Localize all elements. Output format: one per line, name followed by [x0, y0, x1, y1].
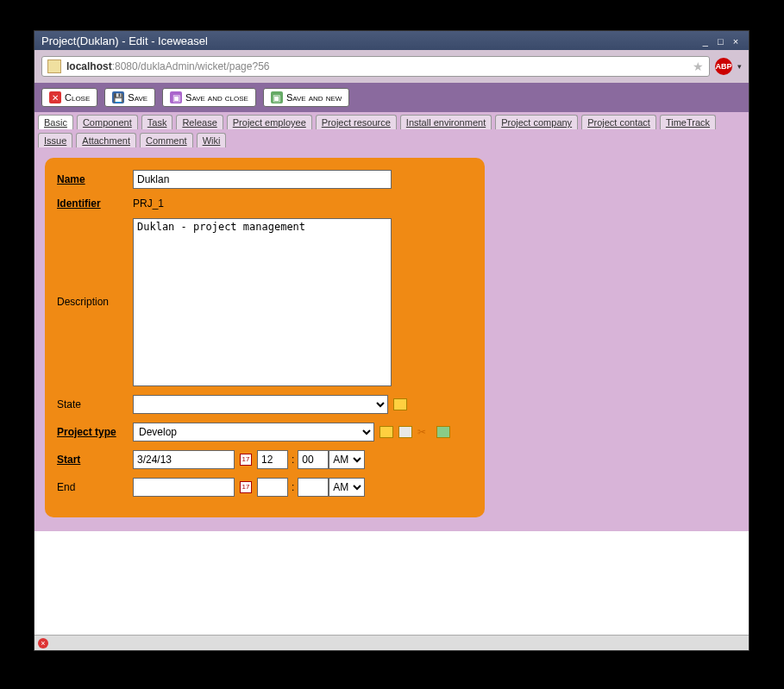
tab-task[interactable]: Task	[141, 115, 173, 129]
app-window: Project(Duklan) - Edit - Iceweasel _ □ ×…	[34, 30, 750, 651]
row-end: End 17 : AM	[57, 478, 473, 497]
label-identifier[interactable]: Identifier	[57, 197, 133, 210]
end-ampm-select[interactable]: AM	[329, 478, 365, 497]
state-new-icon[interactable]	[393, 398, 407, 410]
save-close-icon: ▣	[170, 91, 182, 103]
end-colon: :	[292, 481, 294, 493]
tab-component[interactable]: Component	[77, 115, 138, 129]
project-type-new-icon[interactable]	[379, 426, 393, 438]
save-label: Save	[128, 92, 147, 103]
row-identifier: Identifier PRJ_1	[57, 197, 473, 210]
description-textarea[interactable]	[133, 218, 392, 386]
tab-timetrack[interactable]: TimeTrack	[660, 115, 716, 129]
project-type-trash-icon[interactable]	[436, 426, 450, 438]
window-title: Project(Duklan) - Edit - Iceweasel	[41, 34, 208, 47]
end-calendar-icon[interactable]: 17	[240, 481, 252, 493]
save-button[interactable]: 💾 Save	[104, 88, 155, 107]
start-date-input[interactable]	[133, 450, 235, 469]
start-minute-input[interactable]	[298, 450, 329, 469]
tab-attachment[interactable]: Attachment	[76, 133, 136, 147]
name-input[interactable]	[133, 170, 392, 189]
label-project-type[interactable]: Project type	[57, 426, 133, 438]
window-controls: _ □ ×	[699, 34, 742, 47]
start-ampm-select[interactable]: AM	[329, 450, 365, 469]
address-bar-row: localhost :8080/duklaAdmin/wicket/page?5…	[34, 50, 749, 83]
status-error-icon[interactable]: ×	[38, 638, 48, 648]
maximize-button[interactable]: □	[714, 36, 726, 47]
save-icon: 💾	[112, 91, 124, 103]
state-select[interactable]	[133, 395, 388, 414]
titlebar: Project(Duklan) - Edit - Iceweasel _ □ ×	[34, 31, 749, 50]
favicon-icon	[47, 60, 61, 73]
bookmark-star-icon[interactable]: ★	[693, 60, 704, 73]
tab-project-company[interactable]: Project company	[495, 115, 578, 129]
save-new-icon: ▣	[271, 91, 283, 103]
identifier-value: PRJ_1	[133, 197, 164, 210]
project-type-cut-icon[interactable]: ✂	[417, 426, 431, 438]
close-label: Close	[65, 92, 90, 103]
adblock-chevron-icon[interactable]: ▾	[737, 62, 742, 71]
statusbar: ×	[34, 635, 749, 650]
tab-release[interactable]: Release	[176, 115, 223, 129]
close-window-button[interactable]: ×	[730, 36, 742, 47]
tab-comment[interactable]: Comment	[140, 133, 193, 147]
start-calendar-icon[interactable]: 17	[240, 454, 252, 466]
tab-wiki[interactable]: Wiki	[197, 133, 227, 147]
form-panel: Name Identifier PRJ_1 Description State …	[45, 158, 485, 517]
close-icon: ✕	[49, 91, 61, 103]
row-start: Start 17 : AM	[57, 450, 473, 469]
row-project-type: Project type Develop ✂	[57, 423, 473, 442]
minimize-button[interactable]: _	[699, 36, 712, 47]
label-description: Description	[57, 218, 133, 308]
start-colon: :	[292, 454, 294, 466]
address-bar[interactable]: localhost :8080/duklaAdmin/wicket/page?5…	[41, 56, 710, 77]
row-name: Name	[57, 170, 473, 189]
tabbar: Basic Component Task Release Project emp…	[34, 112, 749, 147]
tab-issue[interactable]: Issue	[38, 133, 72, 147]
label-name[interactable]: Name	[57, 173, 133, 185]
tab-install-environment[interactable]: Install environment	[400, 115, 492, 129]
save-and-new-button[interactable]: ▣ Save and new	[263, 88, 349, 107]
content-area: Name Identifier PRJ_1 Description State …	[34, 147, 749, 531]
adblock-icon[interactable]: ABP	[715, 58, 732, 75]
url-path: :8080/duklaAdmin/wicket/page?56	[112, 60, 270, 72]
tab-basic[interactable]: Basic	[38, 115, 73, 129]
label-state: State	[57, 398, 133, 410]
start-hour-input[interactable]	[257, 450, 288, 469]
save-new-label: Save and new	[286, 92, 342, 103]
project-type-select[interactable]: Develop	[133, 423, 374, 442]
save-close-label: Save and close	[185, 92, 248, 103]
label-end: End	[57, 481, 133, 493]
end-hour-input[interactable]	[257, 478, 288, 497]
close-button[interactable]: ✕ Close	[41, 88, 97, 107]
url-host: localhost	[66, 60, 112, 72]
end-date-input[interactable]	[133, 478, 235, 497]
tab-project-contact[interactable]: Project contact	[581, 115, 656, 129]
save-and-close-button[interactable]: ▣ Save and close	[162, 88, 256, 107]
end-minute-input[interactable]	[298, 478, 329, 497]
lower-blank-area	[34, 531, 749, 617]
action-toolbar: ✕ Close 💾 Save ▣ Save and close ▣ Save a…	[34, 83, 749, 112]
tab-project-resource[interactable]: Project resource	[316, 115, 397, 129]
label-start[interactable]: Start	[57, 454, 133, 466]
row-description: Description	[57, 218, 473, 386]
project-type-doc-icon[interactable]	[398, 426, 412, 438]
row-state: State	[57, 395, 473, 414]
tab-project-employee[interactable]: Project employee	[227, 115, 312, 129]
